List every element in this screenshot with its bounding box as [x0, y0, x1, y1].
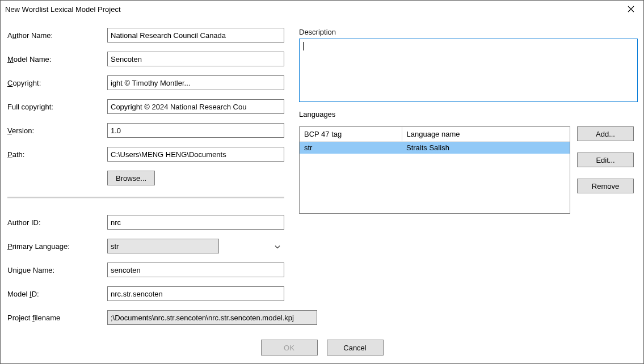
cancel-button[interactable]: Cancel	[327, 340, 384, 355]
window-title: New Wordlist Lexical Model Project	[5, 5, 121, 14]
ok-button[interactable]: OK	[261, 340, 318, 355]
model-id-input[interactable]	[107, 286, 284, 301]
dialog-window: New Wordlist Lexical Model Project Autho…	[0, 0, 644, 364]
description-label: Description	[299, 28, 638, 36]
project-filename-label: Project filename	[7, 314, 103, 322]
author-id-label: Author ID:	[7, 218, 103, 227]
languages-label: Languages	[299, 110, 638, 118]
author-name-input[interactable]	[107, 28, 284, 43]
titlebar: New Wordlist Lexical Model Project	[1, 1, 643, 18]
table-row[interactable]: strStraits Salish	[300, 142, 570, 154]
model-name-label: Model Name:	[7, 55, 103, 64]
unique-name-input[interactable]	[107, 263, 284, 277]
version-input[interactable]	[107, 123, 284, 138]
primary-language-select[interactable]	[107, 239, 219, 253]
copyright-input[interactable]	[107, 75, 284, 90]
version-label: Version:	[7, 126, 103, 135]
copyright-label: Copyright:	[7, 79, 103, 87]
lang-col-tag[interactable]: BCP 47 tag	[300, 127, 402, 142]
browse-button[interactable]: Browse...	[107, 171, 155, 185]
unique-name-label: Unique Name:	[7, 266, 103, 274]
remove-language-button[interactable]: Remove	[577, 179, 634, 193]
author-name-label: Author Name:	[7, 31, 103, 40]
edit-language-button[interactable]: Edit...	[577, 153, 634, 167]
model-id-label: Model ID:	[7, 290, 103, 298]
model-name-input[interactable]	[107, 52, 284, 66]
lang-cell-name: Straits Salish	[402, 142, 570, 154]
description-textarea[interactable]	[299, 39, 638, 102]
add-language-button[interactable]: Add...	[577, 126, 634, 141]
close-button[interactable]	[618, 1, 643, 18]
languages-table[interactable]: BCP 47 tag Language name strStraits Sali…	[299, 126, 570, 214]
lang-col-name[interactable]: Language name	[402, 127, 570, 142]
path-input[interactable]	[107, 147, 284, 162]
full-copyright-input[interactable]	[107, 99, 284, 114]
author-id-input[interactable]	[107, 215, 284, 230]
divider	[7, 197, 284, 199]
close-icon	[628, 6, 634, 12]
chevron-down-icon	[275, 242, 280, 251]
lang-cell-tag: str	[300, 142, 402, 154]
project-filename-input	[107, 310, 317, 325]
path-label: Path:	[7, 150, 103, 159]
primary-language-label: Primary Language:	[7, 242, 103, 251]
full-copyright-label: Full copyright:	[7, 103, 103, 111]
